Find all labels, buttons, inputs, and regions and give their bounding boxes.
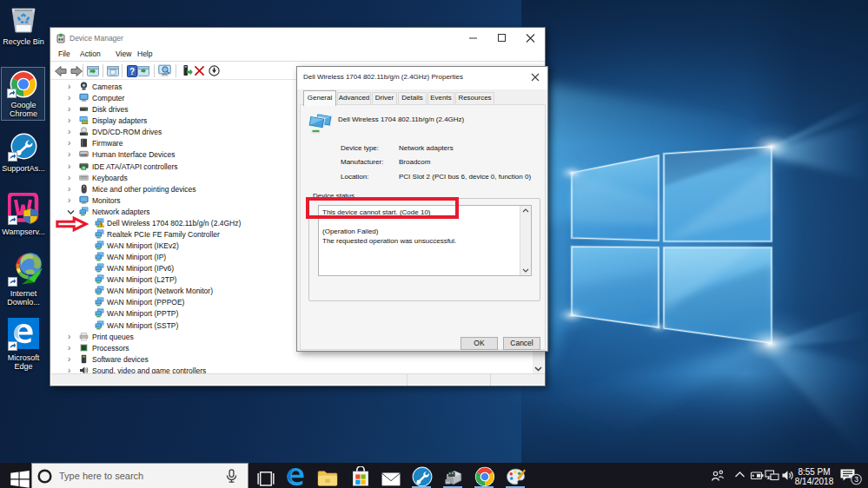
svg-text:?: ? [129, 67, 135, 76]
svg-text:3: 3 [854, 475, 858, 484]
